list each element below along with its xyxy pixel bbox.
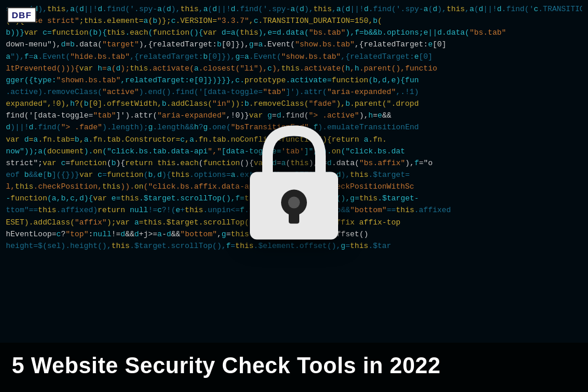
code-line: expanded",!0),h?(b[0].offsetWidth,b.addC… [6, 98, 582, 110]
code-line: down-menu"),d=b.data("target"),{relatedT… [6, 39, 582, 51]
dbf-logo: DBF [7, 7, 36, 23]
code-line: (a){"use strict";this.element=a(b)};c.VE… [6, 15, 582, 27]
code-line: spy-a(d),this,a(d||!d.find('.spy-a(d),th… [6, 4, 582, 15]
code-line: a"),f=a.Event("hide.bs.tab",{relatedTarg… [6, 51, 582, 63]
svg-rect-2 [289, 207, 299, 223]
logo-text: DBF [12, 10, 32, 20]
code-line: b))}var c=function(b){this.each(function… [6, 27, 582, 39]
code-line: ltPrevented())){var h=a(d);this.activate… [6, 63, 582, 75]
padlock-icon [235, 116, 353, 245]
page-title: 5 Website Security Check Tools in 2022 [12, 353, 576, 379]
code-line: gger({type:"shown.bs.tab",relatedTarget:… [6, 75, 582, 86]
svg-point-3 [288, 196, 300, 208]
bottom-title-bar: 5 Website Security Check Tools in 2022 [0, 343, 588, 392]
lock-icon-container [235, 116, 353, 245]
code-line: .active).removeClass("active").end().fin… [6, 86, 582, 98]
